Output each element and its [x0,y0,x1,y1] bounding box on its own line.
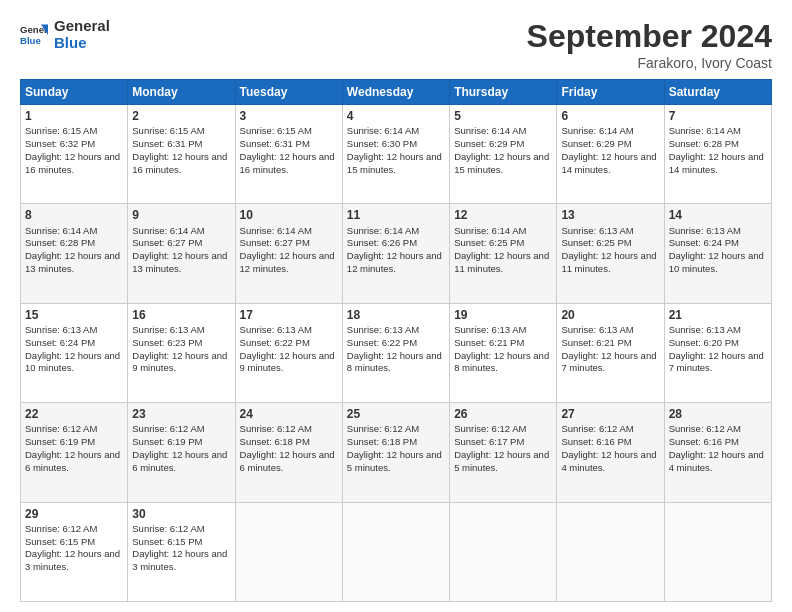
day-number: 3 [240,108,338,124]
sunrise-label: Sunrise: 6:15 AM [25,125,97,136]
sunset-label: Sunset: 6:29 PM [561,138,631,149]
table-row: 8 Sunrise: 6:14 AM Sunset: 6:28 PM Dayli… [21,204,128,303]
daylight-label: Daylight: 12 hours and 13 minutes. [132,250,227,274]
sunset-label: Sunset: 6:22 PM [347,337,417,348]
daylight-label: Daylight: 12 hours and 7 minutes. [669,350,764,374]
day-number: 30 [132,506,230,522]
table-row: 17 Sunrise: 6:13 AM Sunset: 6:22 PM Dayl… [235,303,342,402]
table-row: 10 Sunrise: 6:14 AM Sunset: 6:27 PM Dayl… [235,204,342,303]
day-number: 1 [25,108,123,124]
table-row: 15 Sunrise: 6:13 AM Sunset: 6:24 PM Dayl… [21,303,128,402]
table-row: 3 Sunrise: 6:15 AM Sunset: 6:31 PM Dayli… [235,105,342,204]
sunset-label: Sunset: 6:23 PM [132,337,202,348]
svg-text:Blue: Blue [20,34,41,45]
col-monday: Monday [128,80,235,105]
table-row: 28 Sunrise: 6:12 AM Sunset: 6:16 PM Dayl… [664,403,771,502]
day-number: 4 [347,108,445,124]
day-number: 12 [454,207,552,223]
day-number: 16 [132,307,230,323]
sunrise-label: Sunrise: 6:14 AM [561,125,633,136]
sunrise-label: Sunrise: 6:12 AM [669,423,741,434]
daylight-label: Daylight: 12 hours and 6 minutes. [25,449,120,473]
sunrise-label: Sunrise: 6:13 AM [561,324,633,335]
table-row: 29 Sunrise: 6:12 AM Sunset: 6:15 PM Dayl… [21,502,128,601]
sunset-label: Sunset: 6:25 PM [561,237,631,248]
table-row: 21 Sunrise: 6:13 AM Sunset: 6:20 PM Dayl… [664,303,771,402]
day-number: 20 [561,307,659,323]
col-wednesday: Wednesday [342,80,449,105]
sunset-label: Sunset: 6:28 PM [25,237,95,248]
day-number: 19 [454,307,552,323]
sunset-label: Sunset: 6:30 PM [347,138,417,149]
sunrise-label: Sunrise: 6:13 AM [669,324,741,335]
page: General Blue General Blue September 2024… [0,0,792,612]
table-row: 25 Sunrise: 6:12 AM Sunset: 6:18 PM Dayl… [342,403,449,502]
logo: General Blue General Blue [20,18,110,51]
col-tuesday: Tuesday [235,80,342,105]
table-row: 2 Sunrise: 6:15 AM Sunset: 6:31 PM Dayli… [128,105,235,204]
sunrise-label: Sunrise: 6:14 AM [25,225,97,236]
sunrise-label: Sunrise: 6:12 AM [240,423,312,434]
day-number: 27 [561,406,659,422]
day-number: 8 [25,207,123,223]
daylight-label: Daylight: 12 hours and 14 minutes. [669,151,764,175]
sunrise-label: Sunrise: 6:14 AM [132,225,204,236]
sunrise-label: Sunrise: 6:13 AM [240,324,312,335]
daylight-label: Daylight: 12 hours and 9 minutes. [132,350,227,374]
day-number: 5 [454,108,552,124]
sunset-label: Sunset: 6:31 PM [132,138,202,149]
daylight-label: Daylight: 12 hours and 15 minutes. [347,151,442,175]
sunset-label: Sunset: 6:16 PM [561,436,631,447]
sunset-label: Sunset: 6:19 PM [25,436,95,447]
logo-line1: General [54,18,110,35]
table-row: 5 Sunrise: 6:14 AM Sunset: 6:29 PM Dayli… [450,105,557,204]
sunrise-label: Sunrise: 6:14 AM [454,125,526,136]
daylight-label: Daylight: 12 hours and 14 minutes. [561,151,656,175]
sunset-label: Sunset: 6:25 PM [454,237,524,248]
daylight-label: Daylight: 12 hours and 10 minutes. [25,350,120,374]
sunset-label: Sunset: 6:19 PM [132,436,202,447]
daylight-label: Daylight: 12 hours and 8 minutes. [454,350,549,374]
daylight-label: Daylight: 12 hours and 5 minutes. [347,449,442,473]
day-number: 24 [240,406,338,422]
daylight-label: Daylight: 12 hours and 13 minutes. [25,250,120,274]
table-row: 27 Sunrise: 6:12 AM Sunset: 6:16 PM Dayl… [557,403,664,502]
sunrise-label: Sunrise: 6:13 AM [25,324,97,335]
day-number: 13 [561,207,659,223]
sunset-label: Sunset: 6:20 PM [669,337,739,348]
sunset-label: Sunset: 6:16 PM [669,436,739,447]
daylight-label: Daylight: 12 hours and 12 minutes. [240,250,335,274]
sunrise-label: Sunrise: 6:13 AM [132,324,204,335]
daylight-label: Daylight: 12 hours and 16 minutes. [25,151,120,175]
day-number: 17 [240,307,338,323]
sunset-label: Sunset: 6:21 PM [561,337,631,348]
daylight-label: Daylight: 12 hours and 3 minutes. [132,548,227,572]
sunrise-label: Sunrise: 6:13 AM [561,225,633,236]
daylight-label: Daylight: 12 hours and 11 minutes. [454,250,549,274]
daylight-label: Daylight: 12 hours and 3 minutes. [25,548,120,572]
day-number: 28 [669,406,767,422]
sunrise-label: Sunrise: 6:14 AM [347,125,419,136]
daylight-label: Daylight: 12 hours and 10 minutes. [669,250,764,274]
sunset-label: Sunset: 6:26 PM [347,237,417,248]
sunset-label: Sunset: 6:27 PM [240,237,310,248]
table-row: 1 Sunrise: 6:15 AM Sunset: 6:32 PM Dayli… [21,105,128,204]
sunset-label: Sunset: 6:28 PM [669,138,739,149]
sunrise-label: Sunrise: 6:12 AM [561,423,633,434]
sunrise-label: Sunrise: 6:14 AM [669,125,741,136]
daylight-label: Daylight: 12 hours and 16 minutes. [240,151,335,175]
table-row: 20 Sunrise: 6:13 AM Sunset: 6:21 PM Dayl… [557,303,664,402]
sunset-label: Sunset: 6:24 PM [25,337,95,348]
header: General Blue General Blue September 2024… [20,18,772,71]
day-number: 11 [347,207,445,223]
table-row [450,502,557,601]
sunset-label: Sunset: 6:29 PM [454,138,524,149]
table-row: 30 Sunrise: 6:12 AM Sunset: 6:15 PM Dayl… [128,502,235,601]
sunrise-label: Sunrise: 6:14 AM [240,225,312,236]
table-row: 23 Sunrise: 6:12 AM Sunset: 6:19 PM Dayl… [128,403,235,502]
daylight-label: Daylight: 12 hours and 4 minutes. [669,449,764,473]
sunrise-label: Sunrise: 6:15 AM [240,125,312,136]
day-number: 26 [454,406,552,422]
sunrise-label: Sunrise: 6:14 AM [347,225,419,236]
day-number: 23 [132,406,230,422]
